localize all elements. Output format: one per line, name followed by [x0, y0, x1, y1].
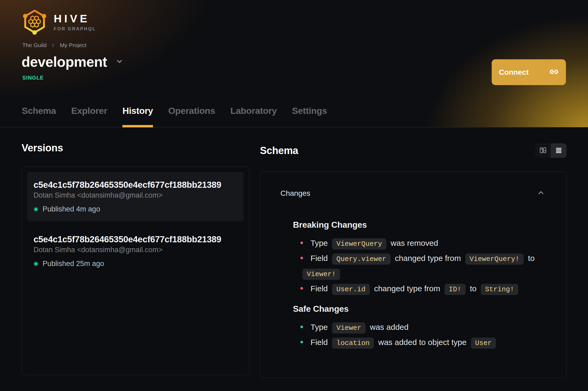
connect-button-label: Connect [499, 68, 529, 77]
tab-schema[interactable]: Schema [22, 106, 56, 127]
connect-button[interactable]: Connect [492, 59, 566, 85]
tab-settings[interactable]: Settings [292, 106, 327, 127]
version-status: Published 4m ago [34, 205, 237, 213]
code-chip: User.id [332, 284, 370, 295]
chevron-up-icon [537, 189, 545, 198]
target-mode-badge: SINGLE [22, 75, 44, 81]
published-text: Published 4m ago [43, 205, 100, 213]
view-toggle [535, 143, 566, 158]
safe-changes-section: Safe ChangesType Viewer was addedField l… [293, 303, 546, 350]
breaking-bullet-icon [300, 257, 303, 259]
breadcrumb-org[interactable]: The Guild [22, 42, 47, 48]
main-content: Versions c5e4c1c5f78b26465350e4ecf677cf1… [0, 127, 588, 378]
change-section-title: Breaking Changes [293, 219, 546, 230]
code-chip: Viewer! [303, 269, 340, 280]
version-author: Dotan Simha <dotansimha@gmail.com> [34, 191, 237, 200]
code-chip: String! [481, 284, 518, 295]
chevron-right-icon [51, 43, 56, 48]
version-author: Dotan Simha <dotansimha@gmail.com> [34, 245, 237, 254]
hive-logo[interactable]: HIVE FOR GRAPHQL [21, 9, 96, 36]
columns-view-icon [539, 146, 547, 155]
schema-title: Schema [260, 145, 298, 156]
breaking-changes-section: Breaking ChangesType ViewerQuery was rem… [293, 219, 546, 297]
breaking-bullet-icon [300, 242, 303, 244]
versions-column: Versions c5e4c1c5f78b26465350e4ecf677cf1… [22, 127, 249, 378]
versions-title: Versions [22, 142, 249, 154]
list-view-button[interactable] [551, 143, 566, 158]
page-header: HIVE FOR GRAPHQL The Guild My Project de… [0, 0, 588, 127]
breadcrumb-project[interactable]: My Project [60, 42, 86, 48]
collapse-changes-button[interactable] [536, 188, 546, 199]
tab-history[interactable]: History [122, 106, 153, 127]
version-list: c5e4c1c5f78b26465350e4ecf677cf188bb21389… [22, 167, 249, 375]
published-dot-icon [34, 207, 38, 212]
breadcrumb: The Guild My Project [22, 42, 86, 48]
code-chip: Viewer [332, 322, 366, 334]
tab-bar: SchemaExplorerHistoryOperationsLaborator… [22, 106, 327, 127]
changes-title: Changes [280, 189, 310, 198]
target-selector[interactable]: development [22, 53, 123, 71]
code-chip: ID! [445, 284, 466, 295]
code-chip: ViewerQuery! [465, 253, 524, 265]
changes-panel: Changes Breaking ChangesType ViewerQuery… [260, 172, 566, 378]
changes-content: Breaking ChangesType ViewerQuery was rem… [280, 219, 546, 350]
version-hash: c5e4c1c5f78b26465350e4ecf677cf188bb21389 [34, 180, 237, 190]
code-chip: Query.viewer [332, 253, 390, 265]
link-icon [549, 67, 559, 77]
schema-column: Schema [260, 127, 566, 378]
change-item: Type Viewer was added [300, 320, 546, 335]
code-chip: User [471, 338, 496, 349]
change-section-title: Safe Changes [293, 303, 546, 314]
code-chip: location [332, 338, 374, 349]
safe-bullet-icon [300, 326, 303, 328]
change-item: Field User.id changed type from ID! to S… [300, 281, 546, 297]
hive-hexagon-icon [21, 9, 48, 36]
chevron-down-icon [115, 57, 123, 66]
columns-view-button[interactable] [535, 143, 551, 158]
version-card[interactable]: c5e4c1c5f78b26465350e4ecf677cf188bb21389… [27, 172, 244, 221]
tab-explorer[interactable]: Explorer [71, 106, 107, 127]
page-title: development [22, 53, 107, 71]
list-view-icon [555, 146, 563, 155]
published-dot-icon [34, 261, 38, 266]
change-item: Field Query.viewer changed type from Vie… [300, 251, 546, 281]
tab-operations[interactable]: Operations [168, 106, 215, 127]
breaking-bullet-icon [300, 287, 303, 290]
version-card[interactable]: c5e4c1c5f78b26465350e4ecf677cf188bb21389… [27, 227, 244, 276]
change-item: Field location was added to object type … [300, 335, 546, 350]
published-text: Published 25m ago [43, 260, 104, 268]
version-status: Published 25m ago [34, 260, 237, 268]
brand-name: HIVE [54, 13, 96, 24]
safe-bullet-icon [300, 341, 303, 343]
version-hash: c5e4c1c5f78b26465350e4ecf677cf188bb21389 [34, 234, 237, 245]
tab-laboratory[interactable]: Laboratory [230, 106, 277, 127]
change-item: Type ViewerQuery was removed [300, 236, 546, 251]
brand-tagline: FOR GRAPHQL [54, 27, 96, 31]
code-chip: ViewerQuery [332, 238, 386, 249]
